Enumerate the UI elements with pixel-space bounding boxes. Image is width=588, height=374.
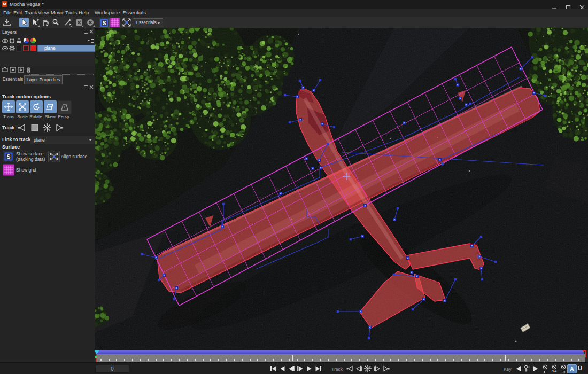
workspace-preset-dropdown[interactable]: Essentials [133, 18, 163, 27]
menu-workspace[interactable]: Workspace: Essentials [95, 10, 146, 15]
layer-list-menu-icon[interactable] [87, 38, 94, 43]
motion-persp-button[interactable] [58, 100, 72, 114]
export-button[interactable] [2, 18, 12, 27]
menu-view[interactable]: View [38, 10, 49, 15]
viewport-canvas[interactable] [95, 28, 588, 350]
track-forwards-button[interactable] [382, 364, 391, 373]
ruler-tick [453, 359, 454, 361]
motion-scale-button[interactable] [16, 100, 29, 113]
ruler-tick [179, 359, 180, 361]
new-layer-button[interactable] [10, 67, 16, 73]
motion-rotate-label: Rotate [29, 114, 43, 119]
float-pane-icon[interactable] [84, 30, 88, 34]
ruler-tick [492, 359, 493, 361]
svg-text:S: S [103, 20, 106, 26]
autokey-toggle[interactable]: A [567, 364, 577, 373]
menu-bar: File Edit Track View Movie Tools Help Wo… [0, 9, 588, 18]
ruler-major-tick [505, 355, 506, 361]
keyframe-icon-button[interactable] [522, 364, 531, 373]
motion-trans-button[interactable] [2, 100, 15, 113]
align-surface-tool[interactable] [122, 18, 131, 27]
close-pane-icon[interactable] [89, 85, 94, 89]
layer-spline-color-swatch[interactable] [23, 45, 29, 51]
delete-layer-button[interactable] [26, 67, 32, 73]
align-surface-button[interactable] [48, 151, 60, 162]
close-pane-icon[interactable] [89, 29, 94, 34]
uberkey-toggle[interactable]: Ü [578, 365, 582, 371]
visibility-column-icon [2, 38, 8, 44]
ruler-tick [218, 359, 219, 361]
motion-skew-button[interactable] [44, 100, 57, 113]
ruler-tick [344, 359, 345, 361]
go-to-start-button[interactable] [268, 364, 277, 373]
select-tool[interactable] [19, 18, 29, 27]
minimize-button[interactable] [552, 2, 557, 6]
subtool-indicator [93, 25, 95, 27]
timeline[interactable] [95, 350, 588, 362]
tab-essentials[interactable]: Essentials [2, 75, 24, 83]
track-forward-one-button[interactable] [373, 364, 382, 373]
add-point-spline-tool[interactable] [63, 18, 73, 27]
menu-edit[interactable]: Edit [13, 10, 22, 15]
delete-keys-backwards-button[interactable] [540, 364, 550, 374]
layer-process-icon[interactable] [9, 45, 15, 51]
ruler-tick [477, 359, 478, 361]
viewport[interactable] [95, 28, 588, 350]
motion-rotate-button[interactable] [30, 100, 43, 113]
go-to-end-button[interactable] [314, 364, 323, 373]
layers-pane-title: Layers [2, 29, 17, 35]
menu-track[interactable]: Track [25, 10, 37, 15]
new-group-button[interactable] [2, 67, 8, 73]
add-point-tool[interactable] [30, 18, 40, 27]
float-pane-icon[interactable] [84, 85, 88, 89]
layer-row[interactable]: plane [0, 45, 95, 52]
export-layer-button[interactable] [18, 67, 24, 73]
track-backwards-button[interactable] [345, 364, 354, 373]
track-forwards-button[interactable] [55, 123, 64, 133]
playhead[interactable] [94, 350, 99, 354]
track-one-frame-button[interactable] [42, 122, 52, 133]
tab-layer-properties[interactable]: Layer Properties [24, 75, 63, 84]
play-button[interactable] [305, 364, 314, 373]
menu-tools[interactable]: Tools [65, 10, 77, 15]
show-surface-toggle[interactable]: S [99, 18, 110, 28]
close-button[interactable] [579, 2, 585, 6]
maximize-button[interactable] [566, 2, 571, 6]
menu-file[interactable]: File [3, 10, 11, 15]
layer-visibility-icon[interactable] [2, 45, 8, 51]
subtool-indicator [71, 25, 72, 27]
main-toolbar: S Essentials [0, 17, 588, 28]
ruler-tick [312, 359, 313, 361]
stop-track-button[interactable] [363, 364, 372, 373]
menu-help[interactable]: Help [79, 10, 89, 15]
delete-all-keys-button[interactable]: ALL [550, 364, 559, 374]
show-grid-label: Show grid [16, 167, 36, 173]
show-surface-button[interactable]: S [3, 151, 14, 162]
layer-lock-toggle[interactable] [16, 46, 22, 52]
layer-list-empty[interactable] [0, 52, 95, 66]
step-back-button[interactable] [287, 364, 296, 373]
layer-name[interactable]: plane [37, 45, 99, 52]
create-bezier-tool[interactable] [86, 18, 95, 27]
zoom-tool[interactable] [51, 18, 60, 27]
track-backwards-button[interactable] [17, 123, 27, 133]
step-forward-button[interactable] [296, 364, 305, 373]
play-backwards-button[interactable] [277, 364, 287, 373]
menu-movie[interactable]: Movie [51, 10, 64, 15]
pan-tool[interactable] [41, 18, 50, 27]
create-xspline-tool[interactable] [74, 18, 84, 27]
current-frame-field[interactable]: 0 [95, 365, 129, 373]
previous-keyframe-button[interactable] [514, 364, 523, 373]
layer-matte-color-swatch[interactable] [30, 45, 36, 51]
track-back-one-button[interactable] [354, 364, 363, 373]
stop-track-button[interactable] [30, 123, 40, 133]
timeline-ruler[interactable] [96, 354, 585, 362]
bottom-bar: 0 Track Key ALL A Ü [0, 362, 588, 374]
link-to-track-dropdown[interactable]: plane [30, 136, 95, 144]
subtool-indicator [38, 25, 40, 27]
next-keyframe-button[interactable] [531, 364, 540, 373]
delete-keys-forwards-button[interactable] [559, 364, 568, 374]
show-grid-toggle[interactable] [110, 18, 120, 27]
ruler-tick [367, 359, 368, 361]
show-grid-button[interactable] [3, 164, 14, 176]
